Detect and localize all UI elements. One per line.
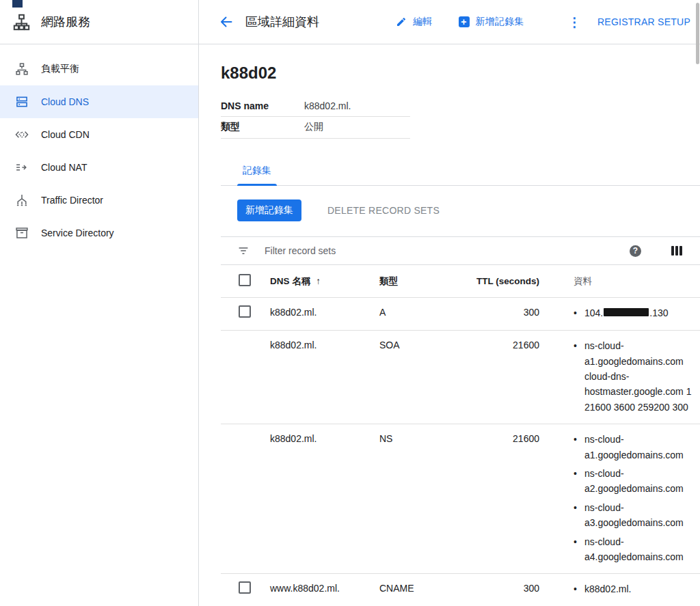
record-data-item: ns-cloud-a1.googledomains.com <box>574 432 700 463</box>
edit-button[interactable]: 編輯 <box>396 16 433 28</box>
detail-value: k88d02.ml. <box>304 100 351 111</box>
record-ttl: 21600 <box>438 424 539 574</box>
add-record-label: 新增記錄集 <box>476 16 524 28</box>
row-checkbox[interactable] <box>239 305 251 318</box>
more-vertical-icon: ⋮ <box>568 15 581 29</box>
zone-details: DNS name k88d02.ml. 類型 公開 <box>221 96 410 139</box>
record-data-item: ns-cloud-a2.googledomains.com <box>574 466 700 497</box>
record-data-list: k88d02.ml. <box>574 581 700 596</box>
record-data-item: ns-cloud-a3.googledomains.com <box>574 500 700 531</box>
sidebar-item-label: 負載平衡 <box>41 63 79 75</box>
column-header-type[interactable]: 類型 <box>379 265 438 298</box>
add-record-set-header-button[interactable]: + 新增記錄集 <box>459 16 524 28</box>
sidebar-item-load-balancing[interactable]: 負載平衡 <box>0 53 198 85</box>
service-directory-icon <box>15 226 29 240</box>
sidebar-item-service-directory[interactable]: Service Directory <box>0 217 198 249</box>
table-header-row: DNS 名稱↑ 類型 TTL (seconds) 資料 <box>221 265 700 298</box>
detail-label: DNS name <box>221 100 304 111</box>
column-display-options-icon[interactable] <box>671 246 682 256</box>
record-ttl: 21600 <box>438 331 539 424</box>
zone-name-heading: k88d02 <box>221 64 700 83</box>
page-title: 區域詳細資料 <box>245 14 319 30</box>
table-row[interactable]: k88d02.ml. NS 21600 ns-cloud-a1.googledo… <box>221 424 700 574</box>
main-panel: 區域詳細資料 編輯 + 新增記錄集 ⋮ REGISTRAR SETUP k88d… <box>199 0 700 606</box>
sidebar-item-traffic-director[interactable]: Traffic Director <box>0 184 198 217</box>
bullet-icon <box>574 305 584 320</box>
detail-value: 公開 <box>304 121 323 133</box>
sidebar: 網路服務 負載平衡 <box>0 0 199 606</box>
sidebar-item-label: Cloud CDN <box>41 129 90 140</box>
sidebar-item-cloud-nat[interactable]: Cloud NAT <box>0 151 198 184</box>
record-name: www.k88d02.ml. <box>270 574 379 606</box>
select-all-checkbox[interactable] <box>239 274 251 286</box>
help-icon[interactable]: ? <box>630 245 641 257</box>
sidebar-title: 網路服務 <box>41 14 90 30</box>
record-ttl: 300 <box>438 298 539 331</box>
traffic-director-icon <box>15 193 29 207</box>
sidebar-item-label: Traffic Director <box>41 195 103 206</box>
delete-record-sets-button[interactable]: DELETE RECORD SETS <box>327 205 440 216</box>
sidebar-nav: 負載平衡 Cloud DNS <box>0 44 198 249</box>
record-data-item: 104..130 <box>574 305 700 320</box>
bullet-icon <box>574 581 584 596</box>
record-type: CNAME <box>379 574 438 606</box>
record-name: k88d02.ml. <box>270 298 379 331</box>
cloud-cdn-icon <box>15 128 29 141</box>
scrollbar[interactable] <box>696 3 699 64</box>
sidebar-item-label: Service Directory <box>41 228 114 238</box>
record-data-item: ns-cloud-a4.googledomains.com <box>574 534 700 565</box>
redaction-bar <box>604 308 649 316</box>
sidebar-item-label: Cloud NAT <box>41 162 87 173</box>
bullet-icon <box>574 466 584 497</box>
record-type: NS <box>379 424 438 574</box>
table-row[interactable]: www.k88d02.ml. CNAME 300 k88d02.ml. <box>221 574 700 606</box>
record-data-list: ns-cloud-a1.googledomains.com ns-cloud-a… <box>574 432 700 564</box>
record-sets-table: DNS 名稱↑ 類型 TTL (seconds) 資料 k88d02.ml. A… <box>221 265 700 606</box>
column-header-dns-name[interactable]: DNS 名稱↑ <box>270 265 379 298</box>
edit-label: 編輯 <box>413 16 433 28</box>
detail-row-dns-name: DNS name k88d02.ml. <box>221 96 410 117</box>
back-button[interactable] <box>218 14 234 30</box>
registrar-setup-button[interactable]: REGISTRAR SETUP <box>597 16 690 27</box>
column-header-ttl[interactable]: TTL (seconds) <box>438 265 539 298</box>
filter-icon <box>237 245 250 257</box>
detail-row-type: 類型 公開 <box>221 117 410 139</box>
column-header-data: 資料 <box>539 265 700 298</box>
app-root: 網路服務 負載平衡 <box>0 0 700 606</box>
record-ttl: 300 <box>438 574 539 606</box>
bullet-icon <box>574 500 584 531</box>
sidebar-item-label: Cloud DNS <box>41 96 89 107</box>
filter-record-sets-input[interactable] <box>263 245 630 257</box>
bullet-icon <box>574 534 584 565</box>
zone-detail-content: k88d02 DNS name k88d02.ml. 類型 公開 記錄集 新增記… <box>199 44 700 606</box>
record-data-item: ns-cloud-a1.googledomains.com cloud-dns-… <box>574 338 700 415</box>
record-set-toolbar: 新增記錄集 DELETE RECORD SETS <box>237 199 700 221</box>
more-options-button[interactable]: ⋮ <box>563 16 587 29</box>
tab-record-sets[interactable]: 記錄集 <box>237 165 277 185</box>
pencil-icon <box>396 16 407 27</box>
add-box-icon: + <box>459 16 470 27</box>
record-type: A <box>379 298 438 331</box>
table-row[interactable]: k88d02.ml. SOA 21600 ns-cloud-a1.googled… <box>221 331 700 424</box>
sidebar-header: 網路服務 <box>0 0 198 44</box>
page-header: 區域詳細資料 編輯 + 新增記錄集 ⋮ REGISTRAR SETUP <box>199 0 700 44</box>
cloud-nat-icon <box>15 161 29 174</box>
network-services-icon <box>12 13 31 31</box>
sidebar-item-cloud-cdn[interactable]: Cloud CDN <box>0 118 198 151</box>
tab-bar: 記錄集 <box>221 165 700 186</box>
record-data-list: 104..130 <box>574 305 700 320</box>
cropped-ui-fragment <box>12 0 23 8</box>
filter-bar: ? <box>221 236 700 265</box>
row-checkbox[interactable] <box>239 581 251 594</box>
record-name: k88d02.ml. <box>270 331 379 424</box>
bullet-icon <box>574 338 584 415</box>
record-data-list: ns-cloud-a1.googledomains.com cloud-dns-… <box>574 338 700 415</box>
record-type: SOA <box>379 331 438 424</box>
add-record-set-button[interactable]: 新增記錄集 <box>237 199 301 221</box>
detail-label: 類型 <box>221 121 304 133</box>
cloud-dns-icon <box>15 95 29 109</box>
record-data-item: k88d02.ml. <box>574 581 700 596</box>
sort-ascending-icon: ↑ <box>316 276 321 286</box>
table-row[interactable]: k88d02.ml. A 300 104..130 <box>221 298 700 331</box>
sidebar-item-cloud-dns[interactable]: Cloud DNS <box>0 85 198 118</box>
